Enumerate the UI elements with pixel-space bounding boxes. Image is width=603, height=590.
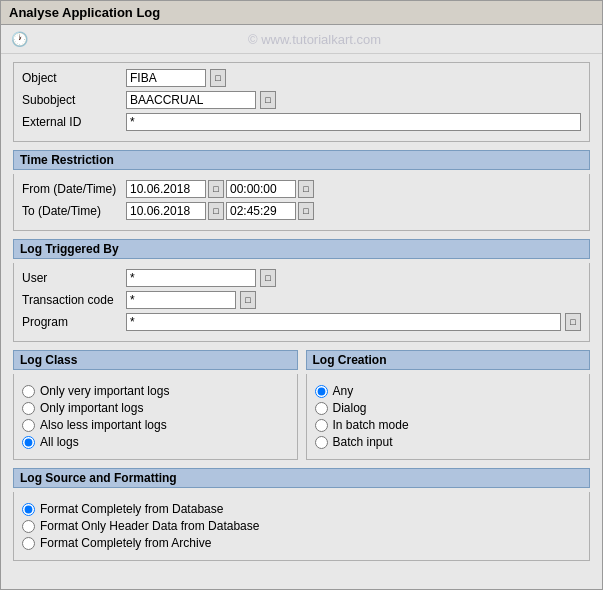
form-content: Object □ Subobject □ External ID Time Re… [1,54,602,577]
from-datetime-group: □ □ [126,180,314,198]
program-row: Program □ [22,313,581,331]
log-source-radio-group: Format Completely from Database Format O… [22,498,581,554]
log-creation-option-2[interactable]: Dialog [315,401,582,415]
log-creation-body: Any Dialog In batch mode Batch input [306,374,591,460]
log-class-option-2[interactable]: Only important logs [22,401,289,415]
log-triggered-section: Log Triggered By User □ Transaction code… [13,239,590,342]
log-creation-option-3[interactable]: In batch mode [315,418,582,432]
object-label: Object [22,71,122,85]
log-creation-radio-group: Any Dialog In batch mode Batch input [315,380,582,453]
subobject-label: Subobject [22,93,122,107]
from-label: From (Date/Time) [22,182,122,196]
to-time-input[interactable] [226,202,296,220]
log-class-option-4[interactable]: All logs [22,435,289,449]
subobject-input[interactable] [126,91,256,109]
program-label: Program [22,315,122,329]
log-source-section: Log Source and Formatting Format Complet… [13,468,590,561]
title-bar: Analyse Application Log [1,1,602,25]
to-datetime-group: □ □ [126,202,314,220]
to-time-picker[interactable]: □ [298,202,314,220]
user-label: User [22,271,122,285]
log-creation-option-4[interactable]: Batch input [315,435,582,449]
to-date-picker[interactable]: □ [208,202,224,220]
toolbar: 🕐 © www.tutorialkart.com [1,25,602,54]
log-class-radio-group: Only very important logs Only important … [22,380,289,453]
from-time-picker[interactable]: □ [298,180,314,198]
transaction-picker-button[interactable]: □ [240,291,256,309]
program-input[interactable] [126,313,561,331]
log-creation-col: Log Creation Any Dialog In batch mode [306,350,591,460]
clock-icon[interactable]: 🕐 [9,29,29,49]
from-date-input[interactable] [126,180,206,198]
log-source-body: Format Completely from Database Format O… [13,492,590,561]
log-class-option-1[interactable]: Only very important logs [22,384,289,398]
main-window: Analyse Application Log 🕐 © www.tutorial… [0,0,603,590]
log-source-option-1[interactable]: Format Completely from Database [22,502,581,516]
log-class-option-3[interactable]: Also less important logs [22,418,289,432]
external-id-row: External ID [22,113,581,131]
time-restriction-body: From (Date/Time) □ □ To (Date/Time) □ □ [13,174,590,231]
log-triggered-body: User □ Transaction code □ Program □ [13,263,590,342]
external-id-label: External ID [22,115,122,129]
external-id-input[interactable] [126,113,581,131]
log-source-option-2[interactable]: Format Only Header Data from Database [22,519,581,533]
from-date-row: From (Date/Time) □ □ [22,180,581,198]
to-label: To (Date/Time) [22,204,122,218]
log-creation-option-1[interactable]: Any [315,384,582,398]
object-picker-button[interactable]: □ [210,69,226,87]
object-row: Object □ [22,69,581,87]
program-picker-button[interactable]: □ [565,313,581,331]
subobject-picker-button[interactable]: □ [260,91,276,109]
object-input[interactable] [126,69,206,87]
window-title: Analyse Application Log [9,5,160,20]
transaction-row: Transaction code □ [22,291,581,309]
log-class-body: Only very important logs Only important … [13,374,298,460]
log-source-option-3[interactable]: Format Completely from Archive [22,536,581,550]
time-restriction-section: Time Restriction From (Date/Time) □ □ To… [13,150,590,231]
log-source-header: Log Source and Formatting [13,468,590,488]
from-date-picker[interactable]: □ [208,180,224,198]
watermark: © www.tutorialkart.com [35,32,594,47]
to-date-input[interactable] [126,202,206,220]
user-input[interactable] [126,269,256,287]
basic-fields-section: Object □ Subobject □ External ID [13,62,590,142]
to-date-row: To (Date/Time) □ □ [22,202,581,220]
log-class-col: Log Class Only very important logs Only … [13,350,298,460]
log-class-header: Log Class [13,350,298,370]
transaction-input[interactable] [126,291,236,309]
user-picker-button[interactable]: □ [260,269,276,287]
log-triggered-header: Log Triggered By [13,239,590,259]
subobject-row: Subobject □ [22,91,581,109]
time-restriction-header: Time Restriction [13,150,590,170]
transaction-label: Transaction code [22,293,122,307]
user-row: User □ [22,269,581,287]
log-creation-header: Log Creation [306,350,591,370]
log-class-creation-section: Log Class Only very important logs Only … [13,350,590,460]
from-time-input[interactable] [226,180,296,198]
